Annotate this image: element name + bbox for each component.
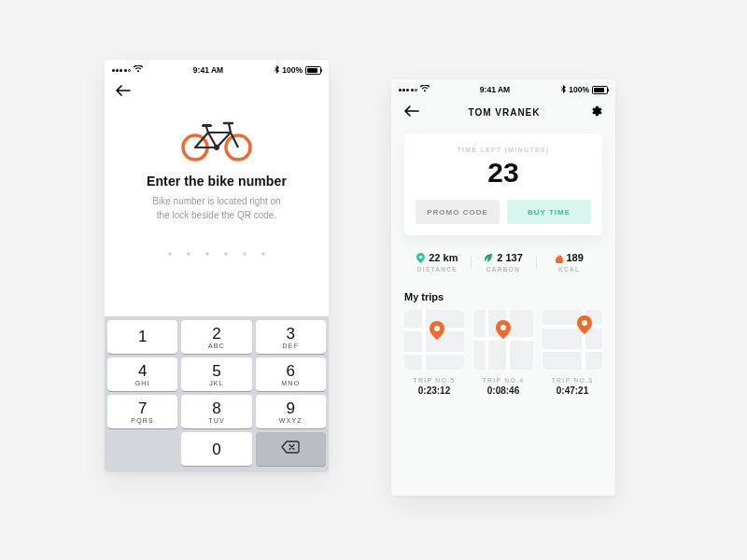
status-bar: 9:41 AM 100%	[105, 60, 329, 78]
nav-title: TOM VRANEK	[468, 107, 540, 118]
nav-bar: TOM VRANEK	[391, 98, 615, 126]
stat-kcal: 189 KCAL	[536, 252, 602, 273]
nav-bar	[105, 78, 329, 105]
signal-dots-icon	[399, 89, 417, 91]
wifi-icon	[420, 85, 430, 94]
stat-distance: 22 km DISTANCE	[404, 252, 471, 273]
bluetooth-icon	[274, 65, 279, 76]
stats-row: 22 km DISTANCE 2 137 CARBON 189 KCAL	[404, 252, 602, 273]
back-button[interactable]	[404, 105, 419, 119]
numeric-keypad: 1 2ABC 3DEF 4GHI 5JKL 6MNO 7PQRS 8TUV 9W…	[105, 316, 329, 472]
trip-item[interactable]: TRIP NO.5 0:23:12	[404, 310, 464, 396]
battery-percent: 100%	[569, 85, 589, 94]
wifi-icon	[134, 65, 143, 75]
svg-rect-2	[202, 124, 212, 127]
key-3[interactable]: 3DEF	[256, 320, 326, 354]
key-9[interactable]: 9WXYZ	[256, 395, 326, 428]
key-8[interactable]: 8TUV	[181, 395, 251, 428]
map-pin-icon	[496, 320, 511, 339]
battery-icon	[592, 86, 608, 94]
trip-item[interactable]: TRIP NO.4 0:08:46	[473, 310, 533, 396]
key-blank	[107, 432, 177, 466]
trip-map-thumb	[473, 310, 533, 370]
time-left-label: TIME LEFT (MINUTES)	[416, 147, 591, 153]
trips-list: TRIP NO.5 0:23:12 TRIP NO.4 0:08:46	[404, 310, 602, 396]
promo-code-button[interactable]: PROMO CODE	[416, 200, 500, 224]
title: Enter the bike number	[105, 174, 329, 189]
map-pin-icon	[430, 321, 444, 340]
key-5[interactable]: 5JKL	[181, 357, 251, 391]
svg-point-5	[500, 325, 506, 330]
settings-button[interactable]	[589, 105, 602, 119]
my-trips-heading: My trips	[404, 291, 602, 302]
flame-icon	[556, 253, 563, 263]
status-time: 9:41 AM	[480, 85, 510, 94]
code-input-dots[interactable]	[105, 252, 329, 256]
key-1[interactable]: 1	[107, 320, 177, 354]
key-0[interactable]: 0	[181, 432, 251, 466]
subtitle: Bike number is located right on the lock…	[137, 194, 296, 222]
leaf-icon	[484, 253, 493, 262]
bike-illustration	[105, 110, 329, 162]
battery-icon	[305, 66, 321, 75]
time-left-value: 23	[416, 157, 591, 189]
trip-map-thumb	[543, 310, 602, 370]
stat-carbon: 2 137 CARBON	[471, 252, 537, 273]
back-button[interactable]	[116, 83, 131, 100]
trip-map-thumb	[404, 310, 464, 370]
backspace-icon	[281, 441, 300, 457]
key-4[interactable]: 4GHI	[107, 357, 177, 391]
svg-point-4	[434, 326, 440, 331]
pin-icon	[416, 253, 425, 263]
status-time: 9:41 AM	[193, 65, 223, 75]
bluetooth-icon	[560, 85, 566, 95]
key-backspace[interactable]	[256, 432, 326, 466]
svg-point-6	[582, 320, 587, 326]
key-6[interactable]: 6MNO	[256, 357, 326, 391]
screen-profile: 9:41 AM 100% TOM VRANEK TIME LEFT (MINUT…	[391, 79, 615, 496]
battery-percent: 100%	[282, 65, 303, 75]
time-left-card: TIME LEFT (MINUTES) 23 PROMO CODE BUY TI…	[404, 133, 602, 235]
svg-point-3	[214, 145, 219, 150]
gear-icon	[589, 105, 602, 118]
trip-item[interactable]: TRIP NO.3 0:47:21	[543, 310, 602, 396]
status-bar: 9:41 AM 100%	[391, 79, 615, 98]
key-2[interactable]: 2ABC	[181, 320, 251, 354]
buy-time-button[interactable]: BUY TIME	[507, 200, 591, 224]
signal-dots-icon	[112, 69, 131, 72]
screen-enter-bike-number: 9:41 AM 100%	[105, 60, 329, 472]
key-7[interactable]: 7PQRS	[107, 395, 177, 428]
map-pin-icon	[577, 315, 592, 334]
